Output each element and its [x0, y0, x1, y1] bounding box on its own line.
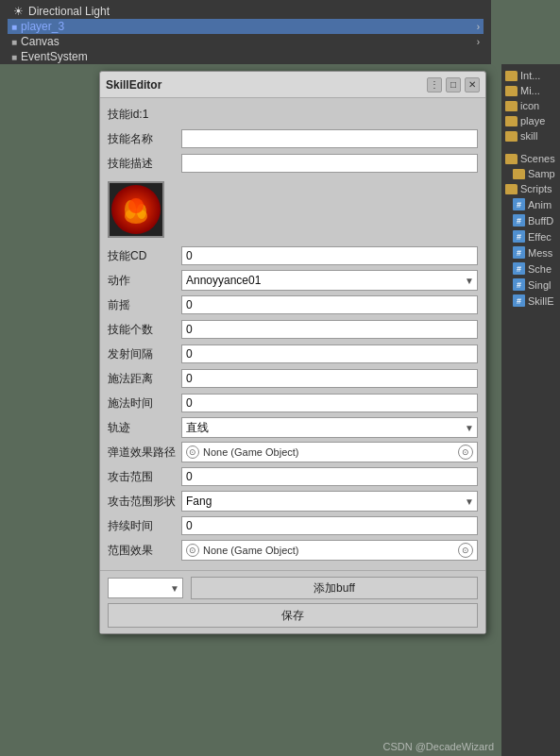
attack-shape-select-wrapper: Fang Circle Rectangle ▼ [181, 491, 478, 512]
fire-interval-label: 发射间隔 [108, 346, 181, 362]
hierarchy-item-eventsystem[interactable]: ■ EventSystem [8, 49, 484, 64]
right-panel-item-scripts[interactable]: Scripts [501, 181, 560, 196]
action-row: 动作 Annoyyance01 ▼ [108, 270, 478, 291]
close-button[interactable]: ✕ [465, 77, 480, 92]
hierarchy-item-directional-light[interactable]: ☀ Directional Light [8, 4, 484, 19]
duration-label: 持续时间 [108, 518, 181, 534]
range-effect-object-field: ⊙ None (Game Object) ⊙ [181, 540, 478, 561]
script-icon-buffd: # [513, 214, 525, 227]
projectile-label: 弹道效果路径 [108, 445, 181, 461]
skill-name-input[interactable] [181, 129, 478, 148]
skill-name-label: 技能名称 [108, 131, 181, 147]
fire-interval-input[interactable] [181, 344, 478, 363]
right-panel-item-effec[interactable]: # Effec [501, 228, 560, 244]
cast-range-input[interactable] [181, 369, 478, 388]
right-panel-item-mess[interactable]: # Mess [501, 244, 560, 260]
panel-bottom-bar: ▼ 添加buff 保存 [100, 570, 485, 633]
range-effect-label: 范围效果 [108, 543, 181, 559]
add-buff-row: ▼ 添加buff [108, 577, 478, 599]
folder-icon-6 [505, 154, 518, 164]
buff-type-select[interactable] [108, 578, 183, 598]
script-icon-mess: # [513, 246, 525, 259]
right-panel-item-singl[interactable]: # Singl [501, 277, 560, 293]
projectile-object-field: ⊙ None (Game Object) ⊙ [181, 442, 478, 462]
fire-interval-row: 发射间隔 [108, 344, 478, 364]
skill-desc-input[interactable] [181, 154, 478, 173]
right-panel-item-scenes[interactable]: Scenes [501, 151, 560, 166]
range-effect-circle-icon: ⊙ [186, 544, 199, 557]
attack-shape-row: 攻击范围形状 Fang Circle Rectangle ▼ [108, 491, 478, 512]
svg-point-4 [128, 198, 144, 213]
cube-icon-2: ■ [11, 37, 17, 47]
right-panel-item-mi[interactable]: Mi... [501, 83, 560, 98]
panel-controls: ⋮ □ ✕ [427, 77, 480, 92]
cast-range-row: 施法距离 [108, 368, 478, 389]
skill-desc-label: 技能描述 [108, 156, 181, 172]
folder-icon-5 [505, 131, 518, 142]
right-panel-item-sche[interactable]: # Sche [501, 260, 560, 277]
skill-cd-row: 技能CD 0 [108, 245, 478, 266]
projectile-row: 弹道效果路径 ⊙ None (Game Object) ⊙ [108, 442, 478, 462]
attack-range-label: 攻击范围 [108, 469, 181, 485]
cast-time-label: 施法时间 [108, 395, 181, 412]
script-icon-singl: # [513, 278, 525, 291]
right-panel-item-icon[interactable]: icon [501, 98, 560, 113]
panel-titlebar: SkillEditor ⋮ □ ✕ [100, 72, 485, 98]
more-button[interactable]: ⋮ [427, 77, 442, 92]
maximize-button[interactable]: □ [446, 77, 461, 92]
right-panel-item-anim[interactable]: # Anim [501, 196, 560, 212]
skill-editor-panel: SkillEditor ⋮ □ ✕ 技能id:1 技能名称 技能描述 [99, 71, 486, 634]
right-panel-item-buffd[interactable]: # BuffD [501, 212, 560, 228]
arrow-right-icon-2: › [477, 37, 480, 47]
skill-count-input[interactable] [181, 320, 478, 339]
skill-cd-input[interactable]: 0 [181, 246, 478, 265]
attack-range-row: 攻击范围 [108, 466, 478, 487]
right-panel-item-int[interactable]: Int... [501, 68, 560, 83]
attack-shape-label: 攻击范围形状 [108, 494, 181, 510]
skill-id-label: 技能id:1 [108, 107, 181, 123]
right-panel-item-playe[interactable]: playe [501, 113, 560, 128]
right-panel-item-skill[interactable]: skill [501, 128, 560, 143]
skill-desc-row: 技能描述 [108, 153, 478, 174]
hierarchy-bar: ☀ Directional Light ■ player_3 › ■ Canva… [0, 0, 491, 64]
action-select-wrapper: Annoyyance01 ▼ [181, 270, 478, 291]
skill-icon-area[interactable] [108, 181, 164, 238]
attack-shape-select[interactable]: Fang Circle Rectangle [181, 491, 478, 512]
skill-cd-label: 技能CD [108, 248, 181, 264]
script-icon-skille: # [513, 294, 525, 307]
action-select[interactable]: Annoyyance01 [181, 270, 478, 291]
duration-input[interactable] [181, 516, 478, 535]
right-panel-item-samp[interactable]: Samp [501, 166, 560, 181]
trajectory-label: 轨迹 [108, 420, 181, 436]
trajectory-row: 轨迹 直线 弧线 追踪 ▼ [108, 417, 478, 438]
right-panel-item-skille[interactable]: # SkillE [501, 293, 560, 309]
cube-icon: ■ [11, 22, 17, 32]
pre-shake-row: 前摇 [108, 294, 478, 315]
folder-icon-4 [505, 116, 518, 126]
skill-icon-svg [110, 183, 162, 236]
skill-count-row: 技能个数 [108, 319, 478, 340]
cast-range-label: 施法距离 [108, 371, 181, 387]
folder-icon-2 [505, 86, 518, 96]
projectile-value: None (Game Object) [203, 446, 454, 458]
watermark: CSDN @DecadeWizard [382, 741, 494, 752]
script-icon-effec: # [513, 230, 525, 243]
skill-icon-row [108, 177, 478, 242]
cube-icon-3: ■ [11, 52, 17, 62]
pre-shake-input[interactable] [181, 295, 478, 314]
object-circle-icon: ⊙ [186, 445, 199, 459]
trajectory-select[interactable]: 直线 弧线 追踪 [181, 417, 478, 438]
hierarchy-item-player3[interactable]: ■ player_3 › [8, 19, 484, 34]
save-button[interactable]: 保存 [108, 603, 478, 628]
hierarchy-item-canvas[interactable]: ■ Canvas › [8, 34, 484, 49]
panel-body: 技能id:1 技能名称 技能描述 [100, 98, 485, 570]
cast-time-input[interactable] [181, 394, 478, 412]
panel-title: SkillEditor [106, 78, 427, 92]
skill-id-row: 技能id:1 [108, 104, 478, 125]
range-effect-picker-button[interactable]: ⊙ [458, 543, 473, 558]
projectile-picker-button[interactable]: ⊙ [458, 445, 473, 460]
arrow-right-icon: › [477, 22, 480, 32]
action-label: 动作 [108, 273, 181, 289]
attack-range-input[interactable] [181, 467, 478, 486]
add-buff-button[interactable]: 添加buff [191, 577, 478, 599]
